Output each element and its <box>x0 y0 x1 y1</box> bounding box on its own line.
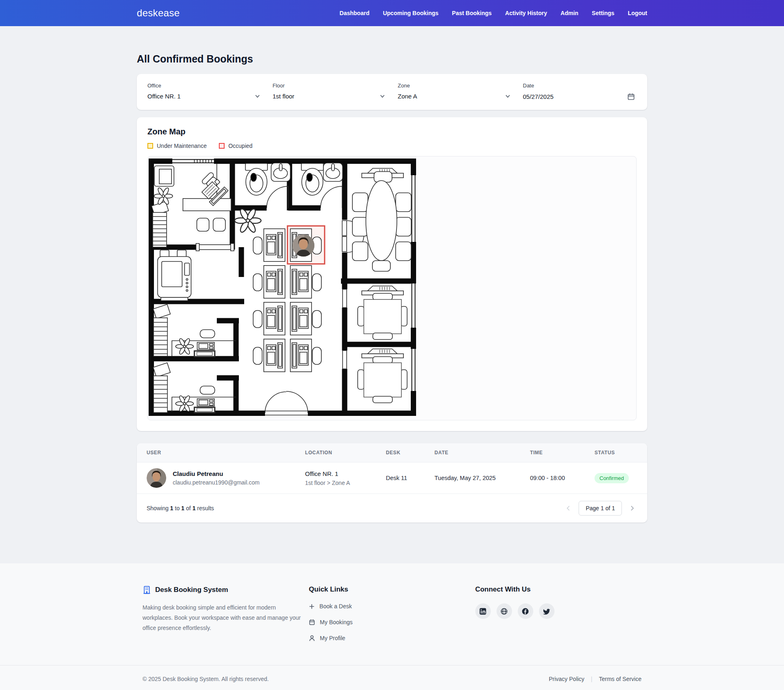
bookings-table-card: USER LOCATION DESK DATE TIME STATUS Clau… <box>137 443 647 523</box>
col-desk: DESK <box>386 450 434 456</box>
chevron-left-icon <box>565 505 572 512</box>
footer-brand-title: Desk Booking System <box>155 586 228 594</box>
zone-map-title: Zone Map <box>147 127 637 136</box>
linkedin-button[interactable] <box>475 603 491 619</box>
quick-links-title: Quick Links <box>309 585 475 594</box>
location-path: 1st floor > Zone A <box>305 480 386 486</box>
office-select[interactable]: Office NR. 1 <box>147 93 261 100</box>
location-office: Office NR. 1 <box>305 470 386 477</box>
col-time: TIME <box>530 450 595 456</box>
nav-settings[interactable]: Settings <box>592 10 614 16</box>
date-filter: Date 05/27/2025 <box>523 83 637 100</box>
floor-selected-value: 1st floor <box>273 93 294 100</box>
next-page-button[interactable] <box>627 503 637 514</box>
footer-quick-links-col: Quick Links Book a Desk My Bookings My P… <box>309 585 475 641</box>
legend-occupied: Occupied <box>219 143 252 149</box>
terms-of-service-link[interactable]: Terms of Service <box>599 676 641 682</box>
connect-title: Connect With Us <box>475 585 641 594</box>
occupied-swatch <box>219 143 225 149</box>
avatar <box>147 468 166 488</box>
zone-map-card: Zone Map Under Maintenance Occupied <box>137 117 647 431</box>
status-badge: Confirmed <box>595 473 629 483</box>
footer-bottom-bar: © 2025 Desk Booking System. All rights r… <box>0 665 784 690</box>
date-filter-label: Date <box>523 83 637 89</box>
brand-logo[interactable]: deskease <box>137 7 180 19</box>
nav-logout[interactable]: Logout <box>628 10 647 16</box>
floor-filter-label: Floor <box>273 83 387 89</box>
date-value: 05/27/2025 <box>523 93 554 100</box>
col-location: LOCATION <box>305 450 386 456</box>
zone-map-frame <box>147 156 637 420</box>
zone-map-legend: Under Maintenance Occupied <box>147 143 637 149</box>
page-title: All Confirmed Bookings <box>137 53 647 65</box>
office-filter: Office Office NR. 1 <box>147 83 261 100</box>
maintenance-swatch <box>147 143 153 149</box>
page-indicator: Page 1 of 1 <box>579 501 622 516</box>
building-icon <box>143 585 151 594</box>
user-cell: Claudiu Petreanu claudiu.petreanu1990@gm… <box>147 468 305 488</box>
main-nav: Dashboard Upcoming Bookings Past Booking… <box>340 10 647 16</box>
nav-dashboard[interactable]: Dashboard <box>340 10 370 16</box>
prev-page-button[interactable] <box>563 503 574 514</box>
facebook-button[interactable] <box>518 603 533 619</box>
link-my-bookings[interactable]: My Bookings <box>309 619 475 625</box>
floor-filter: Floor 1st floor <box>273 83 387 100</box>
nav-activity-history[interactable]: Activity History <box>505 10 547 16</box>
calendar-icon <box>309 619 315 625</box>
website-button[interactable] <box>497 603 512 619</box>
time-cell: 09:00 - 18:00 <box>530 475 595 481</box>
chevron-down-icon <box>380 95 385 98</box>
linkedin-icon <box>479 607 487 615</box>
nav-upcoming-bookings[interactable]: Upcoming Bookings <box>383 10 439 16</box>
nav-past-bookings[interactable]: Past Bookings <box>452 10 492 16</box>
link-book-a-desk[interactable]: Book a Desk <box>309 603 475 610</box>
location-cell: Office NR. 1 1st floor > Zone A <box>305 470 386 486</box>
footer-social-col: Connect With Us <box>475 585 641 641</box>
chevron-down-icon <box>506 95 510 98</box>
date-cell: Tuesday, May 27, 2025 <box>434 475 530 481</box>
user-icon <box>309 635 315 641</box>
occupied-desk-avatar <box>292 234 314 257</box>
maintenance-label: Under Maintenance <box>157 143 207 149</box>
footer-description: Making desk booking simple and efficient… <box>143 603 304 634</box>
user-name: Claudiu Petreanu <box>173 470 260 477</box>
zone-filter: Zone Zone A <box>398 83 512 100</box>
chevron-down-icon <box>255 95 260 98</box>
pagination: Page 1 of 1 <box>563 501 637 516</box>
occupied-desk-marker[interactable] <box>287 226 325 264</box>
status-cell: Confirmed <box>595 473 637 483</box>
chevron-right-icon <box>628 505 636 512</box>
plus-icon <box>309 603 315 610</box>
privacy-policy-link[interactable]: Privacy Policy <box>549 676 584 682</box>
legend-under-maintenance: Under Maintenance <box>147 143 207 149</box>
results-summary: Showing 1 to 1 of 1 results <box>147 505 214 511</box>
floor-select[interactable]: 1st floor <box>273 93 387 100</box>
table-footer: Showing 1 to 1 of 1 results Page 1 of 1 <box>137 493 647 523</box>
globe-icon <box>500 607 508 615</box>
office-selected-value: Office NR. 1 <box>147 93 180 100</box>
link-my-profile[interactable]: My Profile <box>309 635 475 641</box>
office-filter-label: Office <box>147 83 261 89</box>
col-status: STATUS <box>595 450 637 456</box>
footer-brand-col: Desk Booking System Making desk booking … <box>143 585 309 641</box>
table-row: Claudiu Petreanu claudiu.petreanu1990@gm… <box>137 462 647 493</box>
page-footer: Desk Booking System Making desk booking … <box>0 563 784 690</box>
copyright-text: © 2025 Desk Booking System. All rights r… <box>143 676 269 682</box>
twitter-icon <box>543 607 550 615</box>
zone-select[interactable]: Zone A <box>398 93 512 100</box>
legal-separator: | <box>591 676 592 682</box>
calendar-icon <box>627 93 635 100</box>
top-navbar: deskease Dashboard Upcoming Bookings Pas… <box>0 0 784 26</box>
user-email: claudiu.petreanu1990@gmail.com <box>173 479 260 486</box>
col-user: USER <box>147 450 305 456</box>
date-input[interactable]: 05/27/2025 <box>523 93 637 100</box>
nav-admin[interactable]: Admin <box>561 10 579 16</box>
table-header: USER LOCATION DESK DATE TIME STATUS <box>137 443 647 462</box>
occupied-label: Occupied <box>228 143 252 149</box>
desk-cell: Desk 11 <box>386 475 434 481</box>
facebook-icon <box>521 607 529 615</box>
zone-map-floorplan <box>149 159 416 417</box>
twitter-button[interactable] <box>539 603 555 619</box>
zone-selected-value: Zone A <box>398 93 417 100</box>
col-date: DATE <box>434 450 530 456</box>
